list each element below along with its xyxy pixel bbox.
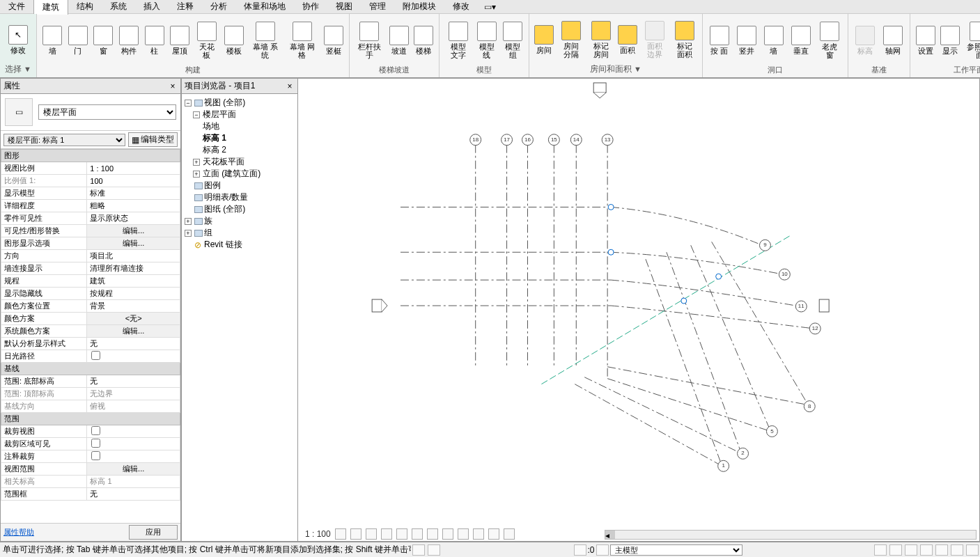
unhide-icon[interactable] [442, 528, 453, 540]
sys-color-button[interactable]: 编辑... [87, 325, 180, 338]
status-tool-6[interactable] [951, 544, 963, 556]
type-dropdown[interactable]: 楼层平面 [38, 104, 176, 120]
color-scheme-button[interactable]: <无> [87, 313, 180, 325]
temp-hide-icon[interactable] [458, 528, 469, 540]
status-tool-2[interactable] [889, 544, 902, 556]
model-group-button[interactable]: 模型 组 [500, 15, 526, 65]
room-button[interactable]: 房间 [532, 15, 556, 63]
view-scale-button[interactable]: 1 : 100 [305, 529, 331, 539]
wall-opening-button[interactable]: 墙 [760, 15, 787, 65]
selection-count-icon[interactable] [574, 544, 586, 556]
grid-bubbles-top[interactable]: 18 17 16 15 14 13 [470, 134, 613, 146]
elevation-marker-east[interactable] [819, 299, 829, 312]
detail-level-icon[interactable] [335, 528, 346, 540]
menu-annotate[interactable]: 注释 [169, 0, 202, 14]
sun-path-icon[interactable] [366, 528, 377, 540]
elevation-marker-north[interactable] [593, 83, 606, 98]
curtain-system-button[interactable]: 幕墙 系统 [247, 15, 283, 65]
roof-button[interactable]: 屋顶 [167, 15, 193, 65]
set-workplane-button[interactable]: 设置 [913, 15, 938, 65]
properties-help-link[interactable]: 属性帮助 [3, 527, 123, 538]
menu-analyze[interactable]: 分析 [202, 0, 235, 14]
mullion-button[interactable]: 竖梃 [320, 15, 346, 65]
menu-insert[interactable]: 插入 [135, 0, 169, 14]
graphic-options-button[interactable]: 编辑... [87, 237, 180, 250]
rendering-icon[interactable] [396, 528, 407, 540]
tag-area-button[interactable]: 标记 面积 [669, 15, 699, 63]
crop-region-icon[interactable] [427, 528, 438, 540]
tree-node-level1[interactable]: 标高 1 [203, 132, 226, 144]
crop-icon[interactable] [412, 528, 423, 540]
elevation-marker-west[interactable] [372, 299, 387, 312]
status-tool-4[interactable] [920, 544, 933, 556]
expand-icon[interactable]: + [185, 230, 192, 237]
menu-addins[interactable]: 附加模块 [394, 0, 444, 14]
status-tool-5[interactable] [935, 544, 948, 556]
expand-icon[interactable]: + [185, 218, 192, 225]
workset-dropdown[interactable]: 主模型 [610, 544, 742, 556]
anno-crop-checkbox[interactable] [91, 451, 100, 460]
instance-dropdown[interactable]: 楼层平面: 标高 1 [3, 134, 125, 146]
room-separator-button[interactable]: 房间 分隔 [556, 15, 586, 63]
reveal-icon[interactable] [473, 528, 484, 540]
vis-override-button[interactable]: 编辑... [87, 225, 180, 237]
status-icon-2[interactable] [428, 544, 440, 556]
expand-icon[interactable]: − [185, 100, 192, 107]
curtain-grid-button[interactable]: 幕墙 网格 [283, 15, 320, 65]
shaft-button[interactable]: 竖井 [733, 15, 760, 65]
column-button[interactable]: 柱 [141, 15, 167, 65]
apply-button[interactable]: 应用 [129, 525, 178, 540]
by-face-button[interactable]: 按 面 [706, 15, 733, 65]
ref-plane-button[interactable]: 参照 平面 [962, 15, 980, 65]
drawing-canvas[interactable]: 18 17 16 15 14 13 9 10 11 12 8 5 2 1 [298, 78, 980, 542]
dormer-button[interactable]: 老虎窗 [814, 15, 845, 65]
railing-button[interactable]: 栏杆扶手 [352, 15, 387, 65]
window-button[interactable]: 窗 [91, 15, 116, 65]
shadows-icon[interactable] [381, 528, 392, 540]
tag-room-button[interactable]: 标记 房间 [586, 15, 616, 63]
ramp-button[interactable]: 坡道 [387, 15, 412, 65]
expand-icon[interactable]: + [193, 159, 200, 166]
modify-button[interactable]: ↖ 修改 [3, 15, 33, 63]
crop-visible-checkbox[interactable] [91, 439, 100, 448]
area-button[interactable]: 面积 [616, 15, 639, 63]
menu-architecture[interactable]: 建筑 [33, 0, 68, 15]
project-tree[interactable]: −视图 (全部) −楼层平面 场地 标高 1 标高 2 +天花板平面 +立面 (… [182, 94, 297, 541]
properties-close-button[interactable]: × [168, 81, 178, 91]
browser-close-button[interactable]: × [285, 81, 295, 91]
model-line-button[interactable]: 模型 线 [474, 15, 499, 65]
constraints-icon[interactable] [504, 528, 515, 540]
vertical-opening-button[interactable]: 垂直 [787, 15, 814, 65]
status-tool-7[interactable] [966, 544, 979, 556]
sun-path-checkbox[interactable] [91, 351, 100, 360]
menu-manage[interactable]: 管理 [361, 0, 394, 14]
wall-button[interactable]: 墙 [40, 15, 65, 65]
menu-modify[interactable]: 修改 [444, 0, 478, 14]
expand-icon[interactable]: + [193, 171, 200, 178]
menu-overflow-icon[interactable]: ▭▾ [483, 2, 496, 12]
stair-button[interactable]: 楼梯 [411, 15, 436, 65]
menu-collaborate[interactable]: 协作 [294, 0, 327, 14]
ceiling-button[interactable]: 天花板 [192, 15, 221, 65]
status-icon-1[interactable] [412, 544, 425, 556]
filter-icon[interactable] [596, 544, 609, 556]
menu-structure[interactable]: 结构 [68, 0, 102, 14]
visual-style-icon[interactable] [350, 528, 361, 540]
menu-view[interactable]: 视图 [327, 0, 361, 14]
view-range-button[interactable]: 编辑... [87, 463, 180, 476]
show-workplane-button[interactable]: 显示 [938, 15, 962, 65]
grid-button[interactable]: 轴网 [879, 15, 907, 65]
component-button[interactable]: 构件 [116, 15, 142, 65]
expand-icon[interactable]: − [193, 111, 200, 118]
model-text-button[interactable]: 模型 文字 [442, 15, 474, 65]
grid-bubbles-right[interactable]: 9 10 11 12 8 5 2 1 [718, 240, 821, 471]
status-tool-3[interactable] [905, 544, 917, 556]
menu-massing[interactable]: 体量和场地 [235, 0, 294, 14]
menu-file[interactable]: 文件 [0, 0, 33, 14]
floor-button[interactable]: 楼板 [221, 15, 247, 65]
edit-type-button[interactable]: ▦编辑类型 [128, 132, 178, 147]
menu-systems[interactable]: 系统 [102, 0, 135, 14]
door-button[interactable]: 门 [65, 15, 91, 65]
analytical-icon[interactable] [488, 528, 499, 540]
crop-view-checkbox[interactable] [91, 426, 100, 435]
